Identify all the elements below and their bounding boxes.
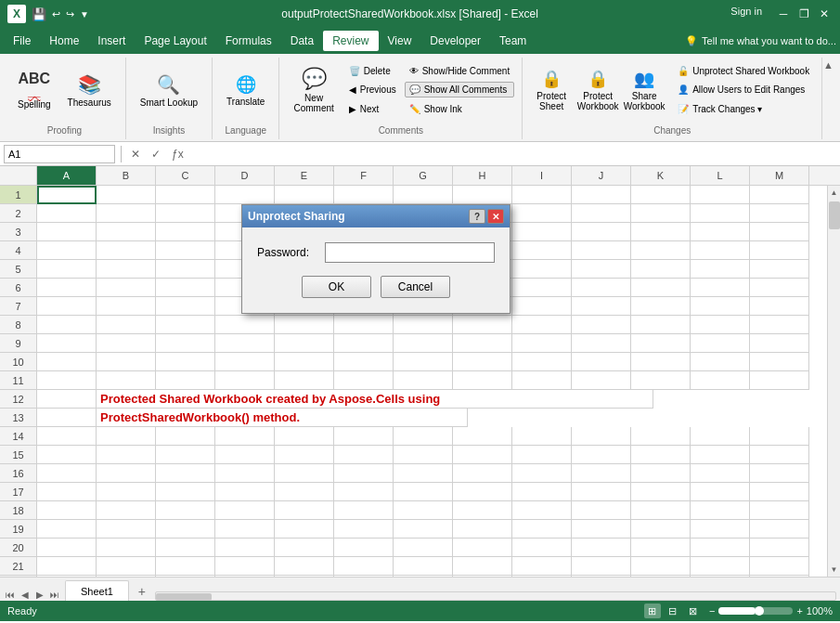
thesaurus-button[interactable]: 📚 Thesaurus [61, 61, 118, 119]
cell-H10[interactable] [453, 353, 512, 371]
cell-G8[interactable] [394, 316, 453, 334]
cell-B11[interactable] [97, 371, 156, 390]
row-header-7[interactable]: 7 [0, 297, 37, 316]
smart-lookup-button[interactable]: 🔍 Smart Lookup [134, 61, 204, 119]
cell-F9[interactable] [334, 334, 394, 353]
scroll-down-button[interactable]: ▼ [831, 563, 838, 577]
cell-J21[interactable] [572, 557, 631, 576]
sheet-nav-last[interactable]: ⏭ [48, 588, 61, 601]
cell-L3[interactable] [691, 223, 750, 241]
cell-M6[interactable] [750, 279, 809, 297]
menu-file[interactable]: File [4, 31, 40, 51]
cell-K4[interactable] [631, 241, 691, 260]
cell-B10[interactable] [97, 353, 156, 371]
menu-view[interactable]: View [379, 31, 421, 51]
cell-I16[interactable] [512, 464, 572, 483]
new-comment-button[interactable]: 💬 NewComment [287, 61, 340, 119]
cell-L21[interactable] [691, 557, 750, 576]
cell-L11[interactable] [691, 371, 750, 390]
cell-A8[interactable] [37, 316, 97, 334]
cell-D1[interactable] [215, 186, 275, 204]
dialog-close-button[interactable]: ✕ [487, 209, 504, 224]
cell-L9[interactable] [691, 334, 750, 353]
cell-A1[interactable] [37, 186, 97, 204]
scroll-thumb[interactable] [829, 201, 840, 229]
cell-J22[interactable] [572, 576, 631, 577]
cell-H21[interactable] [453, 557, 512, 576]
cell-I8[interactable] [512, 316, 572, 334]
cell-A3[interactable] [37, 223, 97, 241]
unprotect-shared-workbook-button[interactable]: 🔓 Unprotect Shared Workbook [673, 63, 814, 79]
cell-A12[interactable] [37, 390, 97, 409]
cell-I15[interactable] [512, 446, 572, 464]
cell-M19[interactable] [750, 520, 809, 539]
dialog-cancel-button[interactable]: Cancel [381, 276, 450, 298]
cell-M2[interactable] [750, 204, 809, 223]
cell-M15[interactable] [750, 446, 809, 464]
cell-F22[interactable] [334, 576, 394, 577]
cell-B18[interactable] [97, 501, 156, 520]
cell-D20[interactable] [215, 539, 275, 557]
cell-I21[interactable] [512, 557, 572, 576]
row-header-17[interactable]: 17 [0, 483, 37, 501]
cell-B22[interactable] [97, 576, 156, 577]
cell-K20[interactable] [631, 539, 691, 557]
cell-E9[interactable] [275, 334, 334, 353]
col-header-L[interactable]: L [691, 166, 750, 185]
zoom-out-button[interactable]: − [709, 605, 715, 617]
cell-I3[interactable] [512, 223, 572, 241]
cell-A20[interactable] [37, 539, 97, 557]
cell-E21[interactable] [275, 557, 334, 576]
cell-B19[interactable] [97, 520, 156, 539]
cell-C19[interactable] [156, 520, 215, 539]
cell-A11[interactable] [37, 371, 97, 390]
protect-sheet-button[interactable]: 🔒 ProtectSheet [530, 61, 573, 119]
cell-G21[interactable] [394, 557, 453, 576]
cell-B15[interactable] [97, 446, 156, 464]
cell-E10[interactable] [275, 353, 334, 371]
name-box[interactable] [4, 145, 115, 163]
cell-I20[interactable] [512, 539, 572, 557]
cell-G14[interactable] [394, 427, 453, 446]
row-header-20[interactable]: 20 [0, 539, 37, 557]
cell-F18[interactable] [334, 501, 394, 520]
cell-E8[interactable] [275, 316, 334, 334]
cell-I11[interactable] [512, 371, 572, 390]
cell-H15[interactable] [453, 446, 512, 464]
cell-E16[interactable] [275, 464, 334, 483]
cell-G18[interactable] [394, 501, 453, 520]
cell-I14[interactable] [512, 427, 572, 446]
cell-M5[interactable] [750, 260, 809, 279]
cell-H18[interactable] [453, 501, 512, 520]
cell-J15[interactable] [572, 446, 631, 464]
col-header-B[interactable]: B [97, 166, 156, 185]
cell-I5[interactable] [512, 260, 572, 279]
previous-button[interactable]: ◀ Previous [344, 82, 401, 97]
sheet-nav-prev[interactable]: ◀ [19, 588, 32, 601]
cell-I6[interactable] [512, 279, 572, 297]
cell-M9[interactable] [750, 334, 809, 353]
insert-function-icon[interactable]: ƒx [168, 148, 187, 161]
row-header-6[interactable]: 6 [0, 279, 37, 297]
cell-B4[interactable] [97, 241, 156, 260]
allow-users-edit-ranges-button[interactable]: 👤 Allow Users to Edit Ranges [673, 82, 814, 97]
cell-A6[interactable] [37, 279, 97, 297]
cell-G17[interactable] [394, 483, 453, 501]
row-header-14[interactable]: 14 [0, 427, 37, 446]
next-button[interactable]: ▶ Next [344, 101, 401, 117]
cell-H9[interactable] [453, 334, 512, 353]
menu-team[interactable]: Team [490, 31, 536, 51]
cell-K3[interactable] [631, 223, 691, 241]
cell-C10[interactable] [156, 353, 215, 371]
cell-K22[interactable] [631, 576, 691, 577]
cell-C18[interactable] [156, 501, 215, 520]
cell-F14[interactable] [334, 427, 394, 446]
cell-K1[interactable] [631, 186, 691, 204]
cell-B14[interactable] [97, 427, 156, 446]
row-header-11[interactable]: 11 [0, 371, 37, 390]
cell-D19[interactable] [215, 520, 275, 539]
cell-L20[interactable] [691, 539, 750, 557]
cell-B16[interactable] [97, 464, 156, 483]
cell-L18[interactable] [691, 501, 750, 520]
cell-C22[interactable] [156, 576, 215, 577]
